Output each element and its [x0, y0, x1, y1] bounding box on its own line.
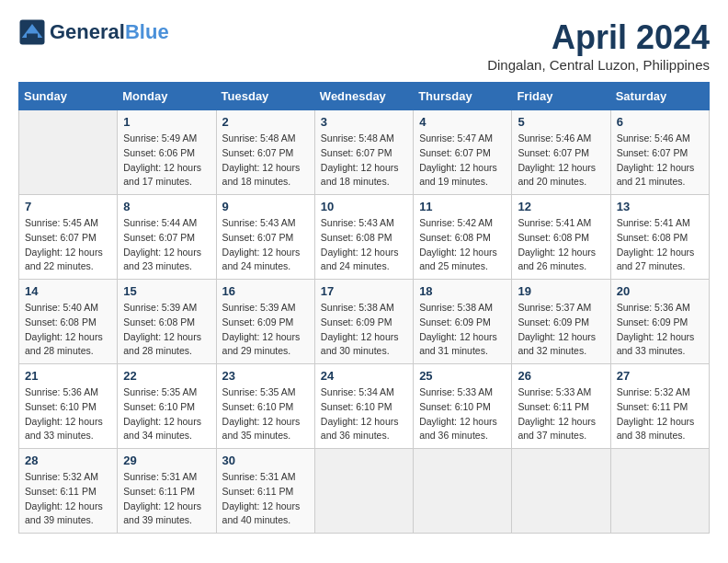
- day-info: Sunrise: 5:45 AM Sunset: 6:07 PM Dayligh…: [25, 216, 111, 274]
- day-number: 14: [25, 284, 111, 298]
- calendar-cell: 14Sunrise: 5:40 AM Sunset: 6:08 PM Dayli…: [19, 280, 118, 364]
- day-number: 8: [123, 200, 210, 213]
- day-info: Sunrise: 5:34 AM Sunset: 6:10 PM Dayligh…: [321, 385, 407, 443]
- day-number: 25: [419, 369, 506, 383]
- day-info: Sunrise: 5:31 AM Sunset: 6:11 PM Dayligh…: [123, 470, 210, 528]
- day-info: Sunrise: 5:37 AM Sunset: 6:09 PM Dayligh…: [518, 301, 604, 359]
- day-number: 15: [123, 284, 210, 298]
- calendar-cell: 2Sunrise: 5:48 AM Sunset: 6:07 PM Daylig…: [216, 110, 314, 195]
- day-info: Sunrise: 5:42 AM Sunset: 6:08 PM Dayligh…: [419, 216, 506, 274]
- day-number: 29: [123, 454, 210, 467]
- day-info: Sunrise: 5:32 AM Sunset: 6:11 PM Dayligh…: [617, 385, 703, 443]
- day-number: 18: [419, 284, 506, 298]
- calendar-cell: 23Sunrise: 5:35 AM Sunset: 6:10 PM Dayli…: [216, 364, 314, 449]
- title-block: April 2024 Dingalan, Central Luzon, Phil…: [487, 18, 710, 73]
- day-info: Sunrise: 5:49 AM Sunset: 6:06 PM Dayligh…: [123, 132, 210, 190]
- day-info: Sunrise: 5:38 AM Sunset: 6:09 PM Dayligh…: [419, 301, 506, 359]
- day-info: Sunrise: 5:44 AM Sunset: 6:07 PM Dayligh…: [123, 216, 210, 274]
- logo-text: GeneralBlue: [50, 21, 169, 43]
- calendar-cell: 7Sunrise: 5:45 AM Sunset: 6:07 PM Daylig…: [19, 195, 118, 280]
- day-number: 11: [419, 200, 506, 213]
- day-info: Sunrise: 5:48 AM Sunset: 6:07 PM Dayligh…: [222, 132, 309, 190]
- calendar-cell: 1Sunrise: 5:49 AM Sunset: 6:06 PM Daylig…: [118, 110, 216, 195]
- logo-icon: [18, 18, 46, 46]
- weekday-header: Tuesday: [216, 83, 314, 110]
- calendar-cell: 30Sunrise: 5:31 AM Sunset: 6:11 PM Dayli…: [216, 449, 314, 534]
- day-info: Sunrise: 5:39 AM Sunset: 6:08 PM Dayligh…: [123, 301, 210, 359]
- day-number: 3: [321, 115, 407, 129]
- svg-rect-2: [27, 34, 38, 40]
- day-info: Sunrise: 5:48 AM Sunset: 6:07 PM Dayligh…: [321, 132, 407, 190]
- day-info: Sunrise: 5:43 AM Sunset: 6:07 PM Dayligh…: [222, 216, 309, 274]
- calendar-cell: 15Sunrise: 5:39 AM Sunset: 6:08 PM Dayli…: [118, 280, 216, 364]
- day-number: 23: [222, 369, 309, 383]
- day-info: Sunrise: 5:46 AM Sunset: 6:07 PM Dayligh…: [518, 132, 604, 190]
- calendar-week-row: 21Sunrise: 5:36 AM Sunset: 6:10 PM Dayli…: [19, 364, 710, 449]
- day-info: Sunrise: 5:38 AM Sunset: 6:09 PM Dayligh…: [321, 301, 407, 359]
- day-number: 5: [518, 115, 604, 129]
- calendar-cell: 10Sunrise: 5:43 AM Sunset: 6:08 PM Dayli…: [314, 195, 413, 280]
- calendar-cell: 8Sunrise: 5:44 AM Sunset: 6:07 PM Daylig…: [118, 195, 216, 280]
- calendar-cell: 12Sunrise: 5:41 AM Sunset: 6:08 PM Dayli…: [512, 195, 610, 280]
- location: Dingalan, Central Luzon, Philippines: [487, 57, 710, 73]
- calendar-cell: 28Sunrise: 5:32 AM Sunset: 6:11 PM Dayli…: [19, 449, 118, 534]
- calendar-cell: 25Sunrise: 5:33 AM Sunset: 6:10 PM Dayli…: [414, 364, 512, 449]
- weekday-header: Sunday: [19, 83, 118, 110]
- day-info: Sunrise: 5:43 AM Sunset: 6:08 PM Dayligh…: [321, 216, 407, 274]
- logo: GeneralBlue: [18, 18, 169, 46]
- day-info: Sunrise: 5:31 AM Sunset: 6:11 PM Dayligh…: [222, 470, 309, 528]
- calendar-cell: 9Sunrise: 5:43 AM Sunset: 6:07 PM Daylig…: [216, 195, 314, 280]
- calendar-cell: [512, 449, 610, 534]
- calendar-cell: 19Sunrise: 5:37 AM Sunset: 6:09 PM Dayli…: [512, 280, 610, 364]
- day-number: 1: [123, 115, 210, 129]
- day-number: 7: [25, 200, 111, 213]
- day-number: 30: [222, 454, 309, 467]
- calendar-cell: 29Sunrise: 5:31 AM Sunset: 6:11 PM Dayli…: [118, 449, 216, 534]
- day-info: Sunrise: 5:36 AM Sunset: 6:10 PM Dayligh…: [25, 385, 111, 443]
- weekday-header: Friday: [512, 83, 610, 110]
- day-number: 12: [518, 200, 604, 213]
- day-number: 26: [518, 369, 604, 383]
- day-info: Sunrise: 5:35 AM Sunset: 6:10 PM Dayligh…: [123, 385, 210, 443]
- calendar-cell: [414, 449, 512, 534]
- month-title: April 2024: [487, 18, 710, 57]
- day-number: 10: [321, 200, 407, 213]
- day-info: Sunrise: 5:46 AM Sunset: 6:07 PM Dayligh…: [617, 132, 703, 190]
- day-number: 20: [617, 284, 703, 298]
- calendar-cell: 20Sunrise: 5:36 AM Sunset: 6:09 PM Dayli…: [610, 280, 709, 364]
- day-info: Sunrise: 5:33 AM Sunset: 6:11 PM Dayligh…: [518, 385, 604, 443]
- weekday-header: Wednesday: [314, 83, 413, 110]
- page-header: GeneralBlue April 2024 Dingalan, Central…: [18, 18, 710, 73]
- day-number: 17: [321, 284, 407, 298]
- calendar-cell: [610, 449, 709, 534]
- calendar-week-row: 28Sunrise: 5:32 AM Sunset: 6:11 PM Dayli…: [19, 449, 710, 534]
- calendar-week-row: 14Sunrise: 5:40 AM Sunset: 6:08 PM Dayli…: [19, 280, 710, 364]
- day-info: Sunrise: 5:35 AM Sunset: 6:10 PM Dayligh…: [222, 385, 309, 443]
- calendar-cell: 22Sunrise: 5:35 AM Sunset: 6:10 PM Dayli…: [118, 364, 216, 449]
- calendar-cell: 11Sunrise: 5:42 AM Sunset: 6:08 PM Dayli…: [414, 195, 512, 280]
- calendar-cell: 24Sunrise: 5:34 AM Sunset: 6:10 PM Dayli…: [314, 364, 413, 449]
- day-info: Sunrise: 5:36 AM Sunset: 6:09 PM Dayligh…: [617, 301, 703, 359]
- day-number: 9: [222, 200, 309, 213]
- day-info: Sunrise: 5:41 AM Sunset: 6:08 PM Dayligh…: [518, 216, 604, 274]
- calendar-cell: 26Sunrise: 5:33 AM Sunset: 6:11 PM Dayli…: [512, 364, 610, 449]
- calendar-cell: 27Sunrise: 5:32 AM Sunset: 6:11 PM Dayli…: [610, 364, 709, 449]
- calendar-cell: [19, 110, 118, 195]
- day-number: 4: [419, 115, 506, 129]
- day-info: Sunrise: 5:33 AM Sunset: 6:10 PM Dayligh…: [419, 385, 506, 443]
- calendar-cell: 13Sunrise: 5:41 AM Sunset: 6:08 PM Dayli…: [610, 195, 709, 280]
- calendar-cell: 6Sunrise: 5:46 AM Sunset: 6:07 PM Daylig…: [610, 110, 709, 195]
- weekday-header-row: SundayMondayTuesdayWednesdayThursdayFrid…: [19, 83, 710, 110]
- calendar-table: SundayMondayTuesdayWednesdayThursdayFrid…: [18, 82, 710, 534]
- weekday-header: Saturday: [610, 83, 709, 110]
- day-number: 16: [222, 284, 309, 298]
- calendar-cell: 3Sunrise: 5:48 AM Sunset: 6:07 PM Daylig…: [314, 110, 413, 195]
- calendar-cell: 4Sunrise: 5:47 AM Sunset: 6:07 PM Daylig…: [414, 110, 512, 195]
- day-number: 24: [321, 369, 407, 383]
- calendar-cell: 16Sunrise: 5:39 AM Sunset: 6:09 PM Dayli…: [216, 280, 314, 364]
- day-number: 13: [617, 200, 703, 213]
- weekday-header: Thursday: [414, 83, 512, 110]
- day-info: Sunrise: 5:32 AM Sunset: 6:11 PM Dayligh…: [25, 470, 111, 528]
- calendar-cell: 17Sunrise: 5:38 AM Sunset: 6:09 PM Dayli…: [314, 280, 413, 364]
- calendar-week-row: 1Sunrise: 5:49 AM Sunset: 6:06 PM Daylig…: [19, 110, 710, 195]
